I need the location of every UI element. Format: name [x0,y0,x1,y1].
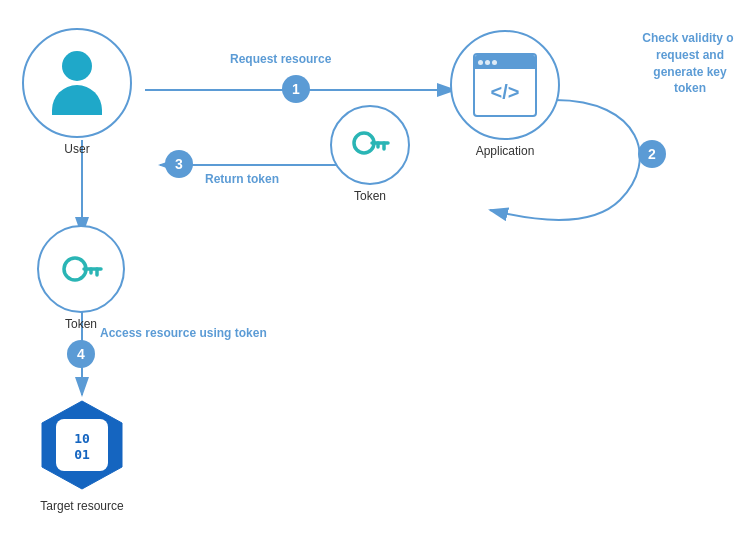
user-icon [52,51,102,115]
check-validity-label: Check validity of request and generate k… [640,30,734,97]
svg-text:01: 01 [74,447,90,462]
key-user-icon [57,245,105,293]
target-node: 10 01 Target resource [32,395,132,513]
application-icon: </> [473,53,537,117]
request-resource-label: Request resource [230,52,331,66]
user-label: User [64,142,89,156]
step4-badge: 4 [67,340,95,368]
token-mid-label: Token [354,189,386,203]
return-token-label: Return token [205,172,279,186]
diagram: 1 2 3 4 Request resource Check validity … [0,0,734,535]
step3-badge: 3 [165,150,193,178]
step1-badge: 1 [282,75,310,103]
step2-badge: 2 [638,140,666,168]
svg-text:10: 10 [74,431,90,446]
token-user-node: Token [37,225,125,331]
access-resource-label: Access resource using token [100,325,267,342]
target-resource-icon: 10 01 [34,397,130,493]
application-node: </> Application [450,30,560,158]
token-mid-node: Token [330,105,410,203]
user-node: User [22,28,132,156]
key-mid-icon [348,123,392,167]
token-user-label: Token [65,317,97,331]
application-label: Application [476,144,535,158]
target-label: Target resource [40,499,123,513]
